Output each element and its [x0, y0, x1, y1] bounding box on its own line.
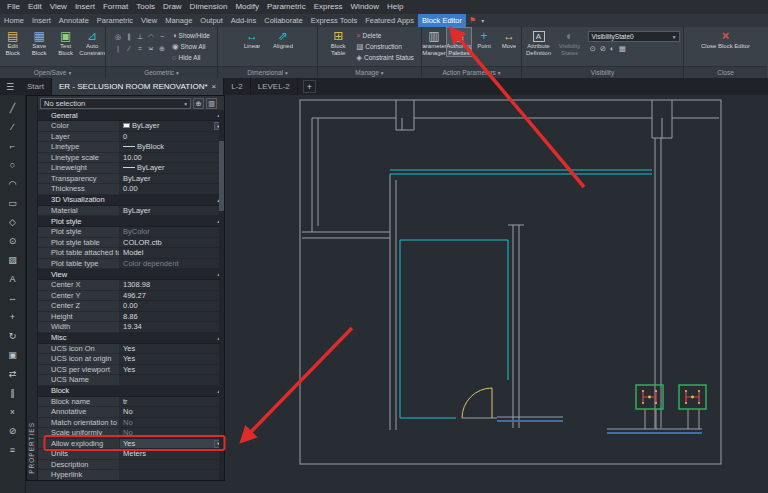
pickadd-toggle-icon[interactable]: ⊕ — [193, 98, 204, 109]
ribbon-tab-home[interactable]: Home — [0, 14, 28, 27]
ribbon-tab-add-ins[interactable]: Add-ins — [227, 14, 260, 27]
ribbon-tab-manage[interactable]: Manage — [161, 14, 196, 27]
arc-icon[interactable]: ◠ — [2, 174, 24, 193]
property-value[interactable]: 1308.98 — [120, 280, 224, 291]
property-value[interactable]: 0.00 — [120, 301, 224, 312]
property-value[interactable]: No — [120, 428, 224, 439]
property-value[interactable]: Meters — [120, 449, 224, 460]
erase-icon[interactable]: ⊘ — [2, 421, 24, 440]
menu-modify[interactable]: Modify — [231, 0, 263, 14]
menu-edit[interactable]: Edit — [24, 0, 46, 14]
rectangle-icon[interactable]: ▭ — [2, 193, 24, 212]
menu-window[interactable]: Window — [347, 0, 383, 14]
fix-icon[interactable]: ⊕ — [157, 43, 167, 54]
property-value[interactable]: 496.27 — [120, 291, 224, 302]
section-header-plot-style[interactable]: Plot style — [38, 216, 224, 227]
properties-scrollbar[interactable] — [219, 111, 224, 480]
xline-icon[interactable]: ∕ — [2, 117, 24, 136]
selection-dropdown[interactable]: No selection ▾ — [40, 98, 191, 109]
aligned-dimension-button[interactable]: ⇗ Aligned — [268, 28, 298, 50]
new-state-icon[interactable]: ▦ — [619, 44, 626, 53]
copy-icon[interactable]: ▣ — [2, 345, 24, 364]
dimension-icon[interactable]: ↔ — [2, 288, 24, 307]
panel-label-visibility[interactable]: Visibility — [522, 66, 683, 78]
property-value[interactable]: Yes — [120, 344, 224, 355]
section-header-general[interactable]: General — [38, 110, 224, 121]
property-value[interactable] — [120, 460, 224, 471]
section-header-view[interactable]: View — [38, 269, 224, 280]
section-header-3d-visualization[interactable]: 3D Visualization — [38, 195, 224, 206]
panel-label-geometric[interactable]: Geometric — [106, 66, 217, 78]
delete-button[interactable]: × Delete — [354, 30, 416, 41]
parameters-manager-button[interactable]: ▥ Parameters Manager — [422, 28, 446, 56]
equal-icon[interactable]: = — [135, 43, 145, 54]
file-tab-level-2[interactable]: LEVEL-2 — [251, 78, 298, 95]
auto-constrain-button[interactable]: ⊿ Auto Constrain — [79, 28, 105, 56]
property-value[interactable]: Yes — [120, 354, 224, 365]
hide-all-button[interactable]: ◌ Hide All — [170, 52, 212, 63]
linear-dimension-button[interactable]: ↔ Linear — [237, 28, 267, 50]
panel-label-close[interactable]: Close — [684, 66, 767, 78]
line-icon[interactable]: ╱ — [2, 98, 24, 117]
close-tab-icon[interactable]: × — [212, 82, 217, 91]
quick-select-icon[interactable]: ▥ — [206, 98, 217, 109]
ribbon-tab-view[interactable]: View — [137, 14, 161, 27]
panel-label-open-save[interactable]: Open/Save — [0, 66, 105, 78]
parallel-icon[interactable]: ∥ — [124, 31, 134, 42]
menu-insert[interactable]: Insert — [71, 0, 99, 14]
ribbon-tab-annotate[interactable]: Annotate — [55, 14, 93, 27]
menu-parametric[interactable]: Parametric — [263, 0, 310, 14]
property-value[interactable]: Model — [120, 248, 224, 259]
properties-palette-titlebar[interactable]: PROPERTIES — [27, 96, 38, 480]
symmetric-icon[interactable]: ≍ — [146, 43, 156, 54]
menu-help[interactable]: Help — [383, 0, 407, 14]
property-value[interactable]: ByLayer — [120, 206, 224, 217]
menu-dimension[interactable]: Dimension — [186, 0, 232, 14]
ellipse-icon[interactable]: ⊙ — [2, 231, 24, 250]
property-value[interactable]: ByBlock — [120, 142, 224, 153]
section-header-misc[interactable]: Misc — [38, 333, 224, 344]
authoring-palettes-button[interactable]: ▤ Authoring Palettes — [447, 28, 471, 56]
hamburger-menu-icon[interactable]: ☰ — [0, 82, 20, 92]
property-value[interactable]: ByLayer — [120, 174, 224, 185]
tab-overflow-caret-icon[interactable]: ▾ — [479, 17, 486, 24]
section-header-block[interactable]: Block — [38, 386, 224, 397]
make-visible-icon[interactable]: ⊙ — [590, 44, 596, 53]
visibility-state-dropdown[interactable]: VisibilityState0 ▾ — [588, 31, 680, 42]
construction-button[interactable]: ▨ Construction — [354, 41, 416, 52]
property-value[interactable]: 0 — [120, 132, 224, 143]
file-tab-l-2[interactable]: L-2 — [224, 78, 251, 95]
circle-icon[interactable]: ○ — [2, 155, 24, 174]
new-tab-button[interactable]: + — [303, 80, 316, 93]
property-value[interactable]: No — [120, 418, 224, 429]
mirror-icon[interactable]: ⇄ — [2, 364, 24, 383]
property-value[interactable]: 10.00 — [120, 153, 224, 164]
property-value[interactable]: 8.86 — [120, 312, 224, 323]
property-value[interactable]: Yes — [120, 365, 224, 376]
property-value[interactable]: Yes▾ — [120, 439, 224, 450]
point-parameter-button[interactable]: + Point — [472, 28, 496, 50]
property-value[interactable]: ByLayer — [120, 163, 224, 174]
property-value[interactable]: ByLayer▾ — [120, 121, 224, 132]
ribbon-tab-block-editor[interactable]: Block Editor — [418, 14, 466, 27]
constraint-status-button[interactable]: ◈ Constraint Status — [354, 52, 416, 63]
menu-tools[interactable]: Tools — [132, 0, 159, 14]
ribbon-tab-collaborate[interactable]: Collaborate — [260, 14, 306, 27]
property-value[interactable]: 19.34 — [120, 322, 224, 333]
attribute-definition-button[interactable]: A Attribute Definition — [524, 28, 554, 56]
trim-icon[interactable]: × — [2, 402, 24, 421]
make-invisible-icon[interactable]: ⊘ — [600, 44, 606, 53]
ribbon-tab-insert[interactable]: Insert — [28, 14, 55, 27]
move-action-button[interactable]: ↔ Move — [497, 28, 521, 50]
property-value[interactable] — [120, 470, 224, 480]
polyline-icon[interactable]: ⌐ — [2, 136, 24, 155]
perpendicular-icon[interactable]: ⊥ — [135, 31, 145, 42]
property-value[interactable]: COLOR.ctb — [120, 238, 224, 249]
ribbon-tab-parametric[interactable]: Parametric — [93, 14, 137, 27]
scrollbar-thumb[interactable] — [219, 141, 224, 211]
property-value[interactable] — [120, 375, 224, 386]
test-block-button[interactable]: ▣ Test Block — [53, 28, 78, 56]
file-tab-start[interactable]: Start — [20, 78, 52, 95]
save-block-button[interactable]: ▦ Save Block — [26, 28, 51, 56]
panel-label-manage[interactable]: Manage — [318, 66, 421, 78]
